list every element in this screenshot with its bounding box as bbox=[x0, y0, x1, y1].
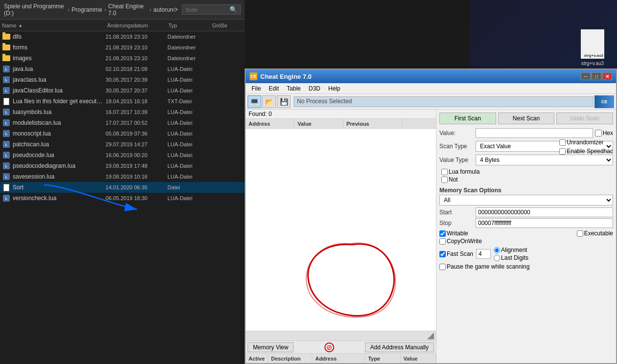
close-button[interactable]: ✕ bbox=[602, 72, 612, 80]
list-item[interactable]: L javaclass.lua 30.05.2017 20:39 LUA-Dat… bbox=[0, 74, 245, 85]
breadcrumb-drive[interactable]: Spiele und Programme (D:) bbox=[4, 3, 66, 17]
list-item[interactable]: L patchscan.lua 29.07.2019 14:27 LUA-Dat… bbox=[0, 139, 245, 150]
list-item[interactable]: L savesession.lua 19.08.2019 10:16 LUA-D… bbox=[0, 171, 245, 182]
file-type: LUA-Datei bbox=[167, 195, 211, 201]
menu-table[interactable]: Table bbox=[283, 84, 305, 93]
add-address-manually-button[interactable]: Add Address Manually bbox=[365, 342, 434, 352]
col-header-name[interactable]: Name ▲ bbox=[2, 23, 107, 28]
menu-edit[interactable]: Edit bbox=[265, 84, 283, 93]
enable-speedhac-checkbox[interactable] bbox=[559, 148, 566, 155]
hex-checkbox[interactable] bbox=[595, 130, 602, 136]
menu-help[interactable]: Help bbox=[324, 84, 344, 93]
executable-checkbox[interactable] bbox=[577, 230, 583, 237]
explorer-address-bar: Spiele und Programme (D:) › Programme › … bbox=[0, 0, 245, 20]
list-item[interactable]: L javaClassEditor.lua 30.05.2017 20:37 L… bbox=[0, 85, 245, 96]
col-header-type[interactable]: Typ bbox=[168, 23, 212, 28]
breadcrumb-programme[interactable]: Programme bbox=[71, 6, 102, 13]
file-name: modulelistscan.lua bbox=[13, 119, 106, 126]
sort-arrow-icon: ▲ bbox=[18, 23, 23, 28]
file-icon-container: L bbox=[2, 76, 11, 84]
file-date: 21.08.2019 23:10 bbox=[106, 34, 168, 40]
desktop-icon-filename: strg+v.au3 bbox=[578, 61, 607, 66]
extra-options: Unrandomizer Enable Speedhac bbox=[559, 139, 613, 155]
file-list: dlls 21.08.2019 23:10 Dateiordner forms … bbox=[0, 31, 245, 204]
value-type-dropdown[interactable]: 4 Bytes bbox=[476, 155, 613, 165]
explorer-search-box: 🔍 bbox=[182, 4, 241, 15]
toolbar-btn-open-process[interactable]: 💻 bbox=[248, 95, 261, 108]
search-input[interactable] bbox=[185, 7, 229, 13]
writable-checkbox[interactable] bbox=[439, 230, 446, 237]
desktop-icon-image: strg+v.au3 bbox=[581, 29, 604, 59]
minimize-button[interactable]: ─ bbox=[581, 72, 591, 80]
list-item[interactable]: Sort 14.01.2020 06:35 Datei bbox=[0, 182, 245, 193]
file-icon-container bbox=[2, 54, 11, 62]
process-selector[interactable]: No Process Selected bbox=[294, 96, 594, 107]
file-icon-container: L bbox=[2, 140, 11, 148]
list-item[interactable]: images 21.08.2019 23:10 Dateiordner bbox=[0, 53, 245, 64]
last-digits-radio[interactable] bbox=[494, 255, 500, 261]
menu-d3d[interactable]: D3D bbox=[305, 84, 324, 93]
breadcrumb-ce[interactable]: Cheat Engine 7.0 bbox=[108, 3, 147, 17]
lua-file-icon: L bbox=[3, 173, 10, 180]
list-item[interactable]: L versioncheck.lua 06.05.2019 18:30 LUA-… bbox=[0, 193, 245, 204]
pause-game-checkbox[interactable] bbox=[439, 264, 446, 270]
fast-scan-value-input[interactable] bbox=[476, 249, 491, 259]
delete-record-icon[interactable]: ⊘ bbox=[324, 342, 334, 352]
explorer-toolbar-right: ⟳ bbox=[173, 6, 178, 13]
lua-file-icon: L bbox=[3, 195, 10, 202]
breadcrumb-sep-2: › bbox=[104, 6, 106, 13]
at-col-type: Type bbox=[365, 354, 400, 363]
at-col-active: Active bbox=[246, 354, 268, 363]
file-name: java.lua bbox=[13, 66, 106, 72]
resize-handle-icon[interactable] bbox=[427, 333, 434, 340]
file-date: 21.08.2019 23:10 bbox=[106, 55, 168, 61]
list-item[interactable]: L monoscript.lua 05.08.2019 07:36 LUA-Da… bbox=[0, 128, 245, 139]
list-item[interactable]: forms 21.08.2019 23:10 Dateiordner bbox=[0, 42, 245, 53]
lua-formula-checkbox[interactable] bbox=[441, 169, 448, 175]
toolbar-btn-save[interactable]: 💾 bbox=[277, 95, 291, 108]
list-item[interactable]: L modulelistscan.lua 17.07.2017 00:52 LU… bbox=[0, 117, 245, 128]
lua-file-icon: L bbox=[3, 162, 10, 169]
list-item[interactable]: Lua files in this folder get executed au… bbox=[0, 96, 245, 107]
fast-scan-label: Fast Scan bbox=[439, 250, 473, 257]
list-item[interactable]: L java.lua 02.10.2018 21:09 LUA-Datei bbox=[0, 64, 245, 74]
breadcrumb-autorun[interactable]: autorun bbox=[153, 6, 173, 13]
results-resize-bar[interactable] bbox=[246, 331, 436, 341]
col-name-label: Name bbox=[2, 23, 16, 28]
copy-on-write-checkbox[interactable] bbox=[439, 238, 446, 245]
alignment-radio[interactable] bbox=[494, 247, 500, 253]
delete-btn-area: ⊘ bbox=[324, 342, 334, 352]
memory-view-button[interactable]: Memory View bbox=[248, 342, 294, 352]
file-date: 06.05.2019 18:30 bbox=[106, 195, 168, 201]
memory-options-checkboxes: Writable Executable bbox=[439, 230, 613, 237]
refresh-icon[interactable]: ⟳ bbox=[173, 6, 178, 13]
col-header-size[interactable]: Größe bbox=[212, 23, 243, 28]
at-col-value: Value bbox=[401, 354, 436, 363]
list-item[interactable]: L luasymbols.lua 16.07.2017 10:39 LUA-Da… bbox=[0, 107, 245, 117]
col-header-date[interactable]: Änderungsdatum bbox=[107, 23, 168, 28]
fast-scan-text: Fast Scan bbox=[447, 250, 473, 257]
list-item[interactable]: L pseudocodediagram.lua 19.08.2019 17:48… bbox=[0, 160, 245, 171]
first-scan-button[interactable]: First Scan bbox=[439, 113, 496, 124]
stop-label: Stop bbox=[439, 220, 474, 227]
not-checkbox[interactable] bbox=[441, 177, 448, 183]
lua-file-icon: L bbox=[3, 141, 10, 148]
list-item[interactable]: dlls 21.08.2019 23:10 Dateiordner bbox=[0, 31, 245, 42]
unrandomizer-checkbox[interactable] bbox=[559, 139, 566, 146]
memory-range-dropdown[interactable]: All bbox=[439, 195, 613, 205]
toolbar-btn-open[interactable]: 📂 bbox=[262, 95, 276, 108]
value-input[interactable] bbox=[476, 128, 593, 138]
file-type: Dateiordner bbox=[167, 45, 211, 50]
list-item[interactable]: L pseudocode.lua 16.06.2019 00:20 LUA-Da… bbox=[0, 150, 245, 160]
file-type: LUA-Datei bbox=[167, 141, 211, 147]
ce-title-text: Cheat Engine 7.0 bbox=[260, 73, 580, 80]
menu-file[interactable]: File bbox=[248, 84, 265, 93]
next-scan-button[interactable]: Next Scan bbox=[498, 113, 555, 124]
start-input[interactable] bbox=[476, 207, 613, 217]
file-name: dlls bbox=[13, 33, 106, 40]
pause-game-row: Pause the game while scanning bbox=[439, 263, 613, 270]
stop-input[interactable] bbox=[476, 218, 613, 228]
fast-scan-checkbox[interactable] bbox=[439, 251, 446, 257]
maximize-button[interactable]: □ bbox=[592, 72, 601, 80]
undo-scan-button[interactable]: Undo Scan bbox=[556, 113, 613, 124]
